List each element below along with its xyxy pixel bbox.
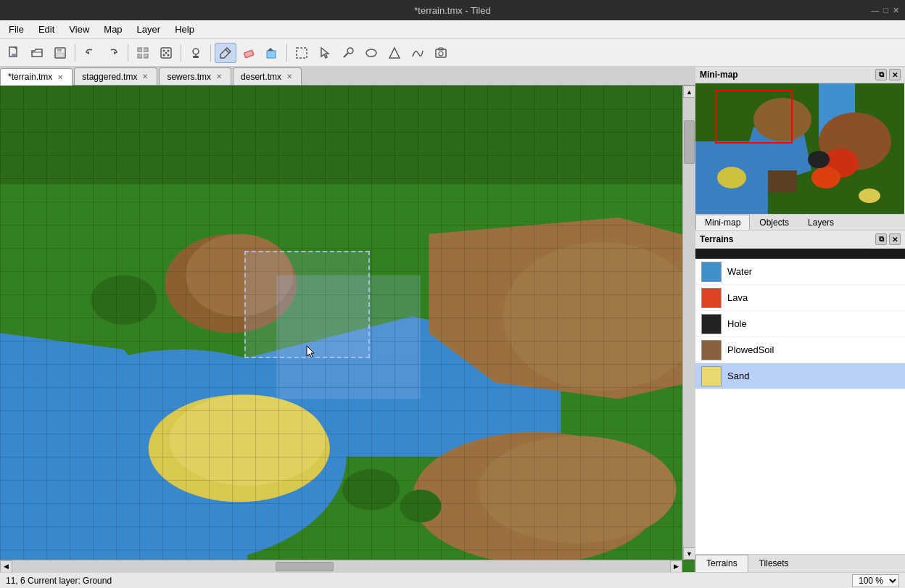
menu-view[interactable]: View xyxy=(63,22,95,36)
menu-layer[interactable]: Layer xyxy=(131,22,167,36)
rect-select-button[interactable] xyxy=(291,43,313,63)
svg-point-12 xyxy=(163,49,165,51)
tab-bar: *terrain.tmx ✕ staggered.tmx ✕ sewers.tm… xyxy=(0,67,695,86)
select-button[interactable] xyxy=(314,43,336,63)
tab-desert-label: desert.tmx xyxy=(241,72,281,82)
sep1 xyxy=(75,44,75,62)
tab-sewers-close[interactable]: ✕ xyxy=(215,73,223,80)
terrain-item-water[interactable]: Water xyxy=(695,259,905,285)
scroll-up-btn[interactable]: ▲ xyxy=(683,86,695,98)
minimap-close-btn[interactable]: ✕ xyxy=(889,69,901,80)
eraser-button[interactable] xyxy=(238,43,260,63)
wand-button[interactable] xyxy=(337,43,359,63)
scroll-left-btn[interactable]: ◀ xyxy=(0,560,12,573)
scroll-right-btn[interactable]: ▶ xyxy=(670,560,682,573)
vertical-scrollbar[interactable]: ▲ ▼ xyxy=(682,86,695,560)
svg-point-13 xyxy=(168,49,170,51)
terrains-close-btn[interactable]: ✕ xyxy=(889,233,901,245)
statusbar-layer: Current layer: Ground xyxy=(28,576,112,586)
terrains-header: Terrains ⧉ ✕ xyxy=(695,231,905,249)
menu-help[interactable]: Help xyxy=(169,22,200,36)
terrain-item-plowedsoil[interactable]: PlowedSoil xyxy=(695,337,905,363)
hscroll-track[interactable] xyxy=(12,560,670,573)
canvas-area[interactable]: ▲ ▼ ◀ ▶ xyxy=(0,86,695,572)
hscroll-thumb[interactable] xyxy=(276,562,334,571)
fill-button[interactable] xyxy=(261,43,283,63)
svg-point-30 xyxy=(439,51,443,56)
titlebar: *terrain.tmx - Tiled — □ ✕ xyxy=(0,0,905,20)
tab-desert-close[interactable]: ✕ xyxy=(285,73,294,80)
redo-button[interactable] xyxy=(102,43,124,63)
tab-staggered-close[interactable]: ✕ xyxy=(141,73,149,80)
scroll-down-btn[interactable]: ▼ xyxy=(683,547,695,560)
dice-button[interactable] xyxy=(155,43,177,63)
close-btn[interactable]: ✕ xyxy=(893,6,899,15)
menu-edit[interactable]: Edit xyxy=(33,22,60,36)
svg-rect-51 xyxy=(276,276,421,399)
curve-button[interactable] xyxy=(407,43,429,63)
screenshot-button[interactable] xyxy=(430,43,452,63)
svg-point-14 xyxy=(163,54,165,56)
tileset-button[interactable] xyxy=(132,43,154,63)
statusbar-right: 25 % 50 % 100 % 200 % xyxy=(852,574,899,587)
terrain-label-sand: Sand xyxy=(727,370,749,381)
bottom-tab-tilesets[interactable]: Tilesets xyxy=(748,555,800,572)
panel-tab-minimap[interactable]: Mini-map xyxy=(695,215,750,230)
zoom-select[interactable]: 25 % 50 % 100 % 200 % xyxy=(852,574,899,587)
terrain-item-hole[interactable]: Hole xyxy=(695,311,905,337)
tab-sewers[interactable]: sewers.tmx ✕ xyxy=(159,67,231,85)
minimap-float-btn[interactable]: ⧉ xyxy=(875,69,887,80)
terrain-item-sand[interactable]: Sand xyxy=(695,363,905,389)
new-button[interactable] xyxy=(3,43,25,63)
triangle-button[interactable] xyxy=(384,43,405,63)
vscroll-thumb[interactable] xyxy=(684,120,695,164)
svg-point-17 xyxy=(193,49,199,54)
terrains-list[interactable]: Water Lava Hole PlowedSoil xyxy=(695,259,905,554)
minimap-canvas[interactable] xyxy=(695,83,904,214)
terrain-label-lava: Lava xyxy=(727,292,748,303)
terrains-float-btn[interactable]: ⧉ xyxy=(875,233,887,245)
open-button[interactable] xyxy=(26,43,48,63)
save-button[interactable] xyxy=(49,43,71,63)
minimize-btn[interactable]: — xyxy=(871,6,879,15)
svg-rect-22 xyxy=(267,51,276,58)
map-canvas[interactable]: ▲ ▼ ◀ ▶ xyxy=(0,86,695,572)
horizontal-scrollbar[interactable]: ◀ ▶ xyxy=(0,560,682,572)
svg-rect-10 xyxy=(144,54,148,58)
panel-tab-layers[interactable]: Layers xyxy=(798,215,843,230)
vscroll-track[interactable] xyxy=(683,98,695,547)
tab-sewers-label: sewers.tmx xyxy=(167,72,211,82)
svg-rect-4 xyxy=(57,53,64,57)
sep5 xyxy=(286,44,287,62)
svg-point-50 xyxy=(400,489,442,522)
tab-terrain[interactable]: *terrain.tmx ✕ xyxy=(0,68,73,86)
tab-staggered[interactable]: staggered.tmx ✕ xyxy=(74,67,157,85)
minimap-svg xyxy=(695,83,904,214)
menu-file[interactable]: File xyxy=(3,22,30,36)
tab-terrain-label: *terrain.tmx xyxy=(8,72,52,82)
minimap-title: Mini-map xyxy=(700,70,738,80)
terrain-item-lava[interactable]: Lava xyxy=(695,285,905,311)
minimap-header-buttons: ⧉ ✕ xyxy=(875,69,901,80)
undo-button[interactable] xyxy=(79,43,101,63)
menu-map[interactable]: Map xyxy=(98,22,128,36)
maximize-btn[interactable]: □ xyxy=(883,6,888,15)
svg-rect-8 xyxy=(144,48,148,52)
paint-button[interactable] xyxy=(215,43,236,63)
tab-staggered-label: staggered.tmx xyxy=(82,72,137,82)
svg-rect-21 xyxy=(244,50,254,58)
svg-point-16 xyxy=(165,51,168,54)
svg-point-25 xyxy=(347,48,353,54)
svg-rect-18 xyxy=(193,56,199,58)
sep4 xyxy=(210,44,211,62)
toolbar xyxy=(0,39,905,67)
svg-point-58 xyxy=(753,98,811,141)
panel-tabs: Mini-map Objects Layers xyxy=(695,215,905,231)
bottom-tab-terrains[interactable]: Terrains xyxy=(695,555,748,572)
tab-desert[interactable]: desert.tmx ✕ xyxy=(233,67,302,85)
panel-tab-objects[interactable]: Objects xyxy=(750,215,798,230)
stamp-button[interactable] xyxy=(185,43,207,63)
ellipse-button[interactable] xyxy=(360,43,382,63)
map-svg xyxy=(0,86,695,572)
tab-terrain-close[interactable]: ✕ xyxy=(56,73,65,81)
